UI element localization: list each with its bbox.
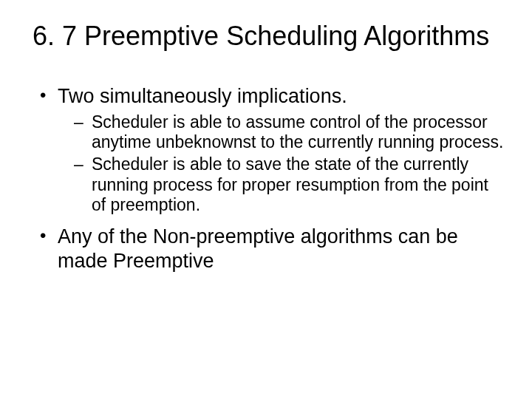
bullet-level1: Any of the Non-preemptive algorithms can… (40, 225, 504, 275)
bullet-level2: Scheduler is able to save the state of t… (74, 154, 504, 216)
bullet-level1: Two simultaneously implications. (40, 84, 504, 109)
slide-title: 6. 7 Preemptive Scheduling Algorithms (28, 21, 504, 52)
spacer (28, 217, 504, 225)
bullet-level2: Scheduler is able to assume control of t… (74, 112, 504, 153)
